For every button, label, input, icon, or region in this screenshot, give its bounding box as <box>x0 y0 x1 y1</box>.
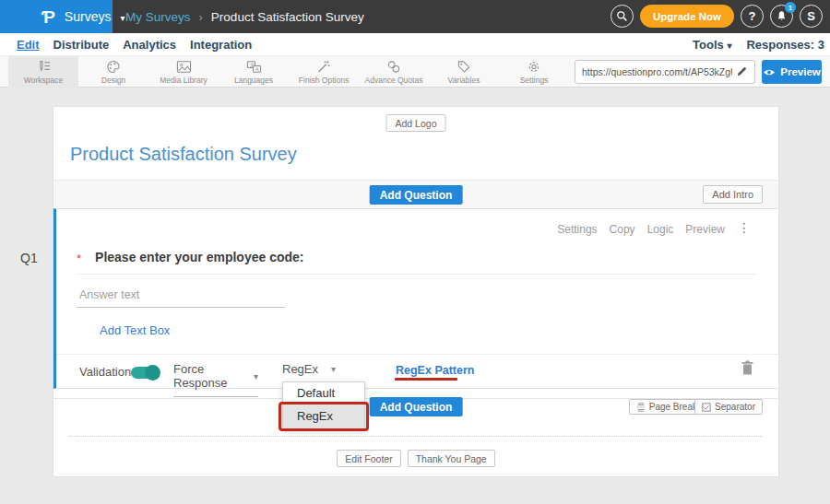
toolbar-label: Advance Quotas <box>365 76 423 85</box>
validation-label: Validation <box>79 365 131 379</box>
add-intro-button[interactable]: Add Intro <box>703 185 763 204</box>
upgrade-now-button[interactable]: Upgrade Now <box>640 5 734 28</box>
tab-distribute[interactable]: Distribute <box>53 38 110 52</box>
toolbar-item-workspace[interactable]: Workspace <box>8 56 78 88</box>
survey-nav-bar: Edit Distribute Analytics Integration To… <box>0 33 830 55</box>
regex-pattern-annotation-underline <box>395 378 457 381</box>
survey-url-box <box>575 60 755 84</box>
question-logic-link[interactable]: Logic <box>647 223 674 236</box>
notifications-button[interactable]: 1 <box>770 5 793 28</box>
regex-pattern-link[interactable]: RegEx Pattern <box>396 364 474 377</box>
breadcrumb-separator-icon: › <box>199 10 203 24</box>
survey-title[interactable]: Product Satisfaction Survey <box>70 144 297 165</box>
svg-text:文: 文 <box>249 62 254 67</box>
force-response-value: Force Response <box>173 362 244 390</box>
eye-icon <box>763 68 776 76</box>
palette-icon <box>106 60 121 74</box>
thank-you-page-button[interactable]: Thank You Page <box>408 450 495 467</box>
surveys-product-menu[interactable]: Ƥ Surveys ▾ <box>0 0 113 33</box>
toolbar-label: Variables <box>448 76 480 85</box>
question-block-q1: Settings Copy Logic Preview ⋮ * Please e… <box>53 208 778 389</box>
toolbar-label: Settings <box>520 76 549 85</box>
breadcrumb-my-surveys[interactable]: My Surveys <box>125 10 191 24</box>
dropdown-option-default[interactable]: Default <box>283 382 364 404</box>
search-button[interactable] <box>611 5 634 28</box>
toolbar-item-media-library[interactable]: Media Library <box>148 56 219 88</box>
user-avatar[interactable]: S <box>800 5 823 28</box>
chain-links-icon <box>386 60 401 74</box>
responses-count-link[interactable]: Responses: 3 <box>746 38 824 52</box>
svg-text:A: A <box>255 65 258 71</box>
toggle-knob <box>145 365 160 381</box>
separator-label: Separator <box>715 402 755 412</box>
toolbar-item-languages[interactable]: 文 A Languages <box>219 56 289 88</box>
tab-analytics[interactable]: Analytics <box>123 38 176 52</box>
edit-url-button[interactable] <box>732 63 751 81</box>
editor-canvas: Q1 Add Logo Product Satisfaction Survey … <box>0 88 830 504</box>
answer-text-input[interactable] <box>77 287 285 308</box>
tab-edit[interactable]: Edit <box>17 38 40 52</box>
tab-integration[interactable]: Integration <box>190 38 252 52</box>
editor-toolbar: Workspace Design Media Library <box>0 55 830 88</box>
add-question-button-bottom[interactable]: Add Question <box>370 397 463 416</box>
question-text-row: * Please enter your employee code: <box>77 250 304 265</box>
page-break-button[interactable]: Page Break <box>629 399 705 415</box>
preview-label: Preview <box>780 66 820 77</box>
tools-label: Tools <box>693 38 724 52</box>
notification-count-badge: 1 <box>785 2 796 13</box>
question-settings-link[interactable]: Settings <box>557 223 597 236</box>
page-break-label: Page Break <box>649 402 697 412</box>
force-response-select[interactable]: Force Response ▾ <box>173 362 258 397</box>
question-text-divider <box>77 274 756 275</box>
separator-icon <box>702 403 711 412</box>
validation-type-select[interactable]: RegEx ▾ <box>282 362 336 383</box>
product-menu-label: Surveys <box>65 9 112 24</box>
separator-button[interactable]: Separator <box>694 399 763 415</box>
validation-toggle[interactable] <box>131 367 159 379</box>
pencil-icon <box>736 66 747 77</box>
question-text[interactable]: Please enter your employee code: <box>95 250 303 265</box>
toolbar-items: Workspace Design Media Library <box>8 56 569 88</box>
topbar-actions: Upgrade Now ? 1 S <box>611 5 823 28</box>
toolbar-item-finish-options[interactable]: Finish Options <box>289 56 359 88</box>
add-logo-button[interactable]: Add Logo <box>386 114 446 132</box>
tag-icon <box>456 60 471 74</box>
avatar-initial: S <box>807 9 815 23</box>
toolbar-label: Media Library <box>160 76 208 85</box>
breadcrumb-current-survey: Product Satisfaction Survey <box>211 10 364 24</box>
questionpro-survey-editor: Ƥ Surveys ▾ My Surveys › Product Satisfa… <box>0 0 830 504</box>
nav-tabs: Edit Distribute Analytics Integration <box>17 33 252 55</box>
trash-icon <box>741 360 753 375</box>
questionpro-logo-icon: Ƥ <box>42 8 55 26</box>
toolbar-item-design[interactable]: Design <box>78 56 148 88</box>
chevron-down-icon: ▾ <box>727 41 731 51</box>
kebab-menu-icon[interactable]: ⋮ <box>738 221 751 234</box>
search-icon <box>616 10 628 22</box>
add-question-button-top[interactable]: Add Question <box>370 185 463 205</box>
footer-dotted-divider <box>69 436 763 437</box>
toolbar-label: Finish Options <box>299 76 349 85</box>
add-text-box-link[interactable]: Add Text Box <box>100 323 170 337</box>
help-button[interactable]: ? <box>741 5 764 28</box>
add-question-row-top: Add Question Add Intro <box>53 180 778 208</box>
question-copy-link[interactable]: Copy <box>610 223 635 236</box>
gear-icon <box>527 60 541 74</box>
toolbar-item-variables[interactable]: Variables <box>429 56 499 88</box>
chevron-down-icon: ▾ <box>120 13 125 23</box>
magic-wand-icon <box>316 60 331 74</box>
nav-right: Tools ▾ Responses: 3 <box>693 33 824 55</box>
question-preview-link[interactable]: Preview <box>685 223 725 236</box>
tools-dropdown[interactable]: Tools ▾ <box>693 38 731 52</box>
image-icon <box>176 60 192 74</box>
dropdown-option-regex[interactable]: RegEx <box>283 404 364 428</box>
chevron-down-icon: ▾ <box>331 364 336 374</box>
delete-question-button[interactable] <box>741 360 753 378</box>
question-mark-icon: ? <box>749 9 756 23</box>
toolbar-item-settings[interactable]: Settings <box>499 56 569 88</box>
top-bar: Ƥ Surveys ▾ My Surveys › Product Satisfa… <box>0 0 830 33</box>
toolbar-item-advance-quotas[interactable]: Advance Quotas <box>359 56 429 88</box>
survey-url-input[interactable] <box>582 66 732 77</box>
toolbar-label: Languages <box>234 76 273 85</box>
edit-footer-button[interactable]: Edit Footer <box>337 450 400 467</box>
preview-button[interactable]: Preview <box>762 60 822 84</box>
